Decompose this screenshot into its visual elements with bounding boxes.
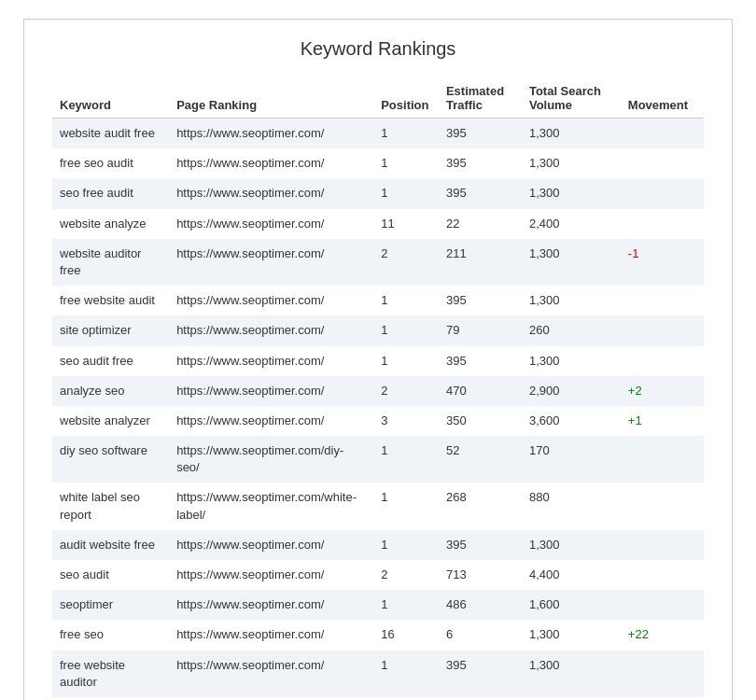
cell-total-search-volume: 1,600 [522, 590, 621, 620]
cell-total-search-volume: 1,300 [522, 651, 621, 697]
cell-movement [621, 148, 704, 178]
cell-page-ranking: https://www.seoptimer.com/ [169, 560, 373, 590]
cell-position: 11 [373, 209, 439, 239]
cell-movement: -1 [621, 239, 704, 286]
cell-movement [621, 178, 704, 208]
table-row: free website auditor https://www.seoptim… [52, 651, 704, 697]
col-header-page: Page Ranking [169, 78, 373, 119]
cell-estimated-traffic: 395 [439, 530, 522, 560]
table-row: analyze seo https://www.seoptimer.com/ 2… [52, 376, 704, 406]
cell-position: 1 [373, 346, 439, 376]
cell-position: 16 [373, 620, 439, 650]
table-row: seo audit https://www.seoptimer.com/ 2 7… [52, 560, 704, 590]
cell-estimated-traffic: 6 [439, 620, 522, 650]
cell-movement [621, 436, 704, 483]
cell-total-search-volume: 3,600 [522, 406, 621, 436]
keyword-rankings-table: Keyword Page Ranking Position Estimated … [52, 78, 704, 697]
cell-keyword: free website auditor [52, 651, 169, 697]
cell-movement [621, 209, 704, 239]
cell-estimated-traffic: 268 [439, 483, 522, 529]
col-header-keyword: Keyword [52, 78, 169, 119]
cell-total-search-volume: 1,300 [522, 620, 621, 650]
cell-total-search-volume: 1,300 [522, 286, 621, 315]
cell-position: 1 [373, 119, 439, 149]
cell-page-ranking: https://www.seoptimer.com/ [169, 530, 373, 560]
cell-keyword: white label seo report [52, 483, 169, 529]
table-row: website analyzer https://www.seoptimer.c… [52, 406, 704, 436]
cell-total-search-volume: 1,300 [522, 239, 621, 286]
cell-page-ranking: https://www.seoptimer.com/ [169, 119, 373, 149]
col-header-traffic: Estimated Traffic [439, 78, 522, 119]
table-row: free seo audit https://www.seoptimer.com… [52, 148, 704, 178]
cell-page-ranking: https://www.seoptimer.com/ [169, 590, 373, 620]
table-body: website audit free https://www.seoptimer… [52, 119, 704, 697]
cell-total-search-volume: 170 [522, 436, 621, 483]
cell-movement: +22 [621, 620, 704, 650]
cell-page-ranking: https://www.seoptimer.com/ [169, 286, 373, 315]
table-row: website audit free https://www.seoptimer… [52, 119, 704, 149]
cell-position: 3 [373, 406, 439, 436]
cell-page-ranking: https://www.seoptimer.com/ [169, 178, 373, 208]
cell-total-search-volume: 2,400 [522, 209, 621, 239]
main-container: Keyword Rankings Keyword Page Ranking Po… [23, 19, 733, 700]
cell-position: 2 [373, 376, 439, 406]
cell-movement [621, 346, 704, 376]
cell-keyword: website auditor free [52, 239, 169, 286]
cell-position: 1 [373, 651, 439, 697]
table-header-row: Keyword Page Ranking Position Estimated … [52, 78, 704, 119]
cell-keyword: website audit free [52, 119, 169, 149]
cell-estimated-traffic: 395 [439, 286, 522, 315]
table-row: audit website free https://www.seoptimer… [52, 530, 704, 560]
cell-page-ranking: https://www.seoptimer.com/ [169, 315, 373, 345]
cell-movement: +1 [621, 406, 704, 436]
cell-estimated-traffic: 211 [439, 239, 522, 286]
col-header-volume: Total Search Volume [522, 78, 621, 119]
cell-total-search-volume: 1,300 [522, 119, 621, 149]
cell-keyword: analyze seo [52, 376, 169, 406]
cell-keyword: seo audit free [52, 346, 169, 376]
cell-total-search-volume: 1,300 [522, 530, 621, 560]
cell-keyword: seo free audit [52, 178, 169, 208]
cell-movement [621, 530, 704, 560]
cell-estimated-traffic: 486 [439, 590, 522, 620]
cell-position: 1 [373, 590, 439, 620]
cell-keyword: website analyze [52, 209, 169, 239]
table-row: website analyze https://www.seoptimer.co… [52, 209, 704, 239]
table-row: diy seo software https://www.seoptimer.c… [52, 436, 704, 483]
cell-position: 2 [373, 239, 439, 286]
cell-position: 1 [373, 178, 439, 208]
cell-keyword: seoptimer [52, 590, 169, 620]
cell-page-ranking: https://www.seoptimer.com/ [169, 376, 373, 406]
table-row: seoptimer https://www.seoptimer.com/ 1 4… [52, 590, 704, 620]
cell-estimated-traffic: 395 [439, 178, 522, 208]
cell-estimated-traffic: 395 [439, 651, 522, 697]
cell-movement [621, 651, 704, 697]
cell-movement [621, 286, 704, 315]
cell-keyword: audit website free [52, 530, 169, 560]
cell-position: 1 [373, 148, 439, 178]
cell-page-ranking: https://www.seoptimer.com/white-label/ [169, 483, 373, 529]
cell-page-ranking: https://www.seoptimer.com/ [169, 346, 373, 376]
cell-page-ranking: https://www.seoptimer.com/ [169, 406, 373, 436]
cell-estimated-traffic: 79 [439, 315, 522, 345]
cell-estimated-traffic: 470 [439, 376, 522, 406]
cell-position: 2 [373, 560, 439, 590]
cell-page-ranking: https://www.seoptimer.com/ [169, 620, 373, 650]
cell-estimated-traffic: 395 [439, 148, 522, 178]
cell-keyword: free seo [52, 620, 169, 650]
cell-estimated-traffic: 22 [439, 209, 522, 239]
cell-movement: +2 [621, 376, 704, 406]
table-row: website auditor free https://www.seoptim… [52, 239, 704, 286]
cell-total-search-volume: 1,300 [522, 178, 621, 208]
table-row: seo free audit https://www.seoptimer.com… [52, 178, 704, 208]
cell-page-ranking: https://www.seoptimer.com/ [169, 148, 373, 178]
col-header-movement: Movement [621, 78, 704, 119]
cell-keyword: seo audit [52, 560, 169, 590]
cell-movement [621, 315, 704, 345]
table-row: site optimizer https://www.seoptimer.com… [52, 315, 704, 345]
cell-keyword: diy seo software [52, 436, 169, 483]
cell-position: 1 [373, 315, 439, 345]
cell-total-search-volume: 1,300 [522, 148, 621, 178]
cell-position: 1 [373, 530, 439, 560]
cell-page-ranking: https://www.seoptimer.com/ [169, 239, 373, 286]
